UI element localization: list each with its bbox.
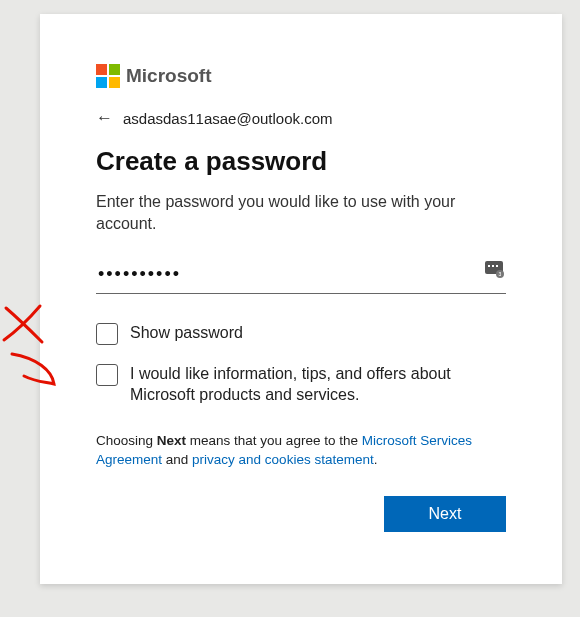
identity-email: asdasdas11asae@outlook.com bbox=[123, 110, 333, 127]
show-password-row: Show password bbox=[96, 322, 506, 345]
next-button[interactable]: Next bbox=[384, 496, 506, 532]
legal-mid: means that you agree to the bbox=[186, 433, 362, 448]
brand-row: Microsoft bbox=[96, 64, 506, 88]
password-input[interactable] bbox=[98, 264, 476, 285]
svg-rect-2 bbox=[492, 265, 494, 267]
legal-prefix: Choosing bbox=[96, 433, 157, 448]
microsoft-logo-icon bbox=[96, 64, 120, 88]
legal-bold: Next bbox=[157, 433, 186, 448]
identity-row: ← asdasdas11asae@outlook.com bbox=[96, 108, 506, 128]
show-password-checkbox[interactable] bbox=[96, 323, 118, 345]
show-password-label: Show password bbox=[130, 322, 243, 344]
marketing-optin-checkbox[interactable] bbox=[96, 364, 118, 386]
marketing-optin-label: I would like information, tips, and offe… bbox=[130, 363, 506, 406]
legal-text: Choosing Next means that you agree to th… bbox=[96, 432, 506, 470]
legal-and: and bbox=[162, 452, 192, 467]
marketing-optin-row: I would like information, tips, and offe… bbox=[96, 363, 506, 406]
button-row: Next bbox=[96, 496, 506, 532]
privacy-statement-link[interactable]: privacy and cookies statement bbox=[192, 452, 374, 467]
page-title: Create a password bbox=[96, 146, 506, 177]
password-field-row: 3 bbox=[96, 258, 506, 294]
legal-suffix: . bbox=[374, 452, 378, 467]
instruction-text: Enter the password you would like to use… bbox=[96, 191, 506, 236]
signup-card: Microsoft ← asdasdas11asae@outlook.com C… bbox=[40, 14, 562, 584]
back-arrow-icon[interactable]: ← bbox=[96, 108, 113, 128]
password-manager-icon[interactable]: 3 bbox=[484, 260, 504, 282]
svg-rect-3 bbox=[496, 265, 498, 267]
svg-text:3: 3 bbox=[499, 271, 502, 277]
svg-rect-1 bbox=[488, 265, 490, 267]
brand-name: Microsoft bbox=[126, 65, 212, 87]
